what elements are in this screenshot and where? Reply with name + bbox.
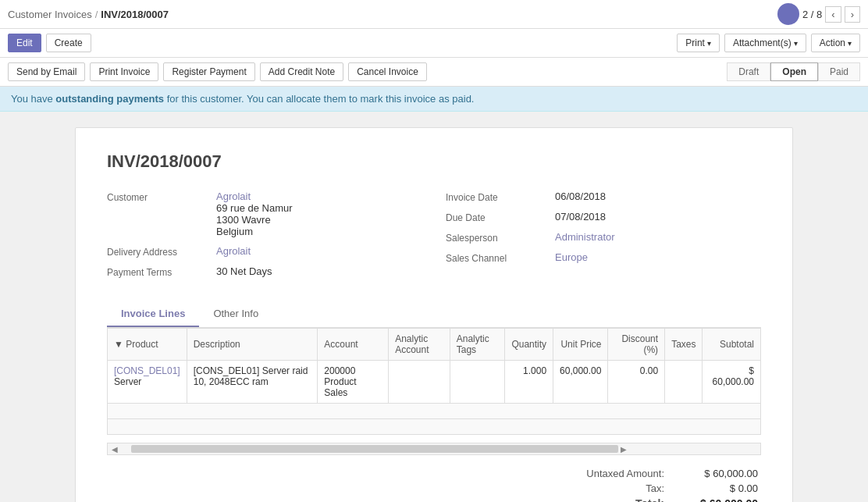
col-analytic-account: Analytic Account xyxy=(389,329,450,361)
print-invoice-button[interactable]: Print Invoice xyxy=(90,62,158,81)
action-bar: Edit Create Print ▾ Attachment(s) ▾ Acti… xyxy=(0,29,868,58)
cell-analytic-tags xyxy=(450,361,505,404)
status-paid[interactable]: Paid xyxy=(818,62,860,81)
sales-channel-link[interactable]: Europe xyxy=(555,251,588,263)
col-quantity: Quantity xyxy=(505,329,553,361)
field-delivery-address: Delivery Address Agrolait xyxy=(107,245,422,258)
secondary-bar-left: Send by Email Print Invoice Register Pay… xyxy=(8,62,427,81)
totals-section: Untaxed Amount: $ 60,000.00 Tax: $ 0.00 … xyxy=(107,468,761,502)
col-account: Account xyxy=(318,329,389,361)
untaxed-value: $ 60,000.00 xyxy=(680,468,758,479)
col-analytic-tags: Analytic Tags xyxy=(450,329,505,361)
untaxed-label: Untaxed Amount: xyxy=(539,468,664,479)
secondary-bar: Send by Email Print Invoice Register Pay… xyxy=(0,58,868,87)
table-row: [CONS_DEL01] Server [CONS_DEL01] Server … xyxy=(108,361,761,404)
sales-channel-value: Europe xyxy=(555,251,588,263)
total-untaxed-row: Untaxed Amount: $ 60,000.00 xyxy=(539,468,758,479)
scroll-thumb[interactable] xyxy=(131,445,618,453)
col-unit-price: Unit Price xyxy=(553,329,608,361)
add-credit-note-button[interactable]: Add Credit Note xyxy=(260,62,343,81)
invoice-lines-table: ▼ Product Description Account Analytic A… xyxy=(107,328,761,435)
cell-description: [CONS_DEL01] Server raid 10, 2048ECC ram xyxy=(187,361,318,404)
delivery-address-label: Delivery Address xyxy=(107,245,216,258)
field-due-date: Due Date 07/08/2018 xyxy=(446,211,761,223)
create-button[interactable]: Create xyxy=(46,34,91,52)
send-email-button[interactable]: Send by Email xyxy=(8,62,85,81)
breadcrumb-bar: Customer Invoices / INV/2018/0007 2 / 8 … xyxy=(0,0,868,29)
fields-grid: Customer Agrolait 69 rue de Namur 1300 W… xyxy=(107,190,761,286)
attachments-button[interactable]: Attachment(s) ▾ xyxy=(724,34,806,52)
customer-address-line2: 1300 Wavre xyxy=(216,214,271,226)
breadcrumb-current: INV/2018/0007 xyxy=(101,9,169,20)
cell-subtotal: $ 60,000.00 xyxy=(703,361,761,404)
customer-link[interactable]: Agrolait xyxy=(216,190,251,202)
scroll-left-arrow[interactable]: ◀ xyxy=(109,445,120,454)
field-payment-terms: Payment Terms 30 Net Days xyxy=(107,265,422,278)
cell-account: 200000 Product Sales xyxy=(318,361,389,404)
due-date-label: Due Date xyxy=(446,211,555,223)
customer-label: Customer xyxy=(107,190,216,203)
grand-total-row: Total: $ 60,000.00 xyxy=(539,497,758,502)
action-dropdown-arrow: ▾ xyxy=(848,39,852,48)
cell-discount: 0.00 xyxy=(608,361,665,404)
col-discount: Discount (%) xyxy=(608,329,665,361)
customer-value: Agrolait 69 rue de Namur 1300 Wavre Belg… xyxy=(216,190,293,237)
salesperson-label: Salesperson xyxy=(446,231,555,244)
nav-next-button[interactable]: › xyxy=(845,6,860,23)
cancel-invoice-button[interactable]: Cancel Invoice xyxy=(348,62,427,81)
payment-terms-value: 30 Net Days xyxy=(216,265,272,277)
register-payment-button[interactable]: Register Payment xyxy=(163,62,254,81)
attachments-dropdown-arrow: ▾ xyxy=(794,39,798,48)
col-product[interactable]: ▼ Product xyxy=(108,329,187,361)
col-taxes: Taxes xyxy=(665,329,703,361)
horizontal-scrollbar[interactable]: ◀ ▶ xyxy=(107,443,761,455)
field-invoice-date: Invoice Date 06/08/2018 xyxy=(446,190,761,203)
breadcrumb-parent-link[interactable]: Customer Invoices xyxy=(8,9,92,20)
breadcrumb-right: 2 / 8 ‹ › xyxy=(777,3,860,25)
alert-banner: You have outstanding payments for this c… xyxy=(0,87,868,112)
cell-product[interactable]: [CONS_DEL01] Server xyxy=(108,361,187,404)
cell-unit-price: 60,000.00 xyxy=(553,361,608,404)
tax-value: $ 0.00 xyxy=(680,482,758,494)
print-button[interactable]: Print ▾ xyxy=(677,34,720,52)
tab-other-info[interactable]: Other Info xyxy=(199,301,272,327)
tab-invoice-lines[interactable]: Invoice Lines xyxy=(107,301,199,327)
invoice-title: INV/2018/0007 xyxy=(107,151,761,172)
delivery-address-value: Agrolait xyxy=(216,245,251,257)
edit-button[interactable]: Edit xyxy=(8,34,41,52)
product-name: Server xyxy=(114,376,141,387)
print-dropdown-arrow: ▾ xyxy=(707,39,711,48)
delivery-address-link[interactable]: Agrolait xyxy=(216,245,251,257)
cell-analytic-account xyxy=(389,361,450,404)
invoice-card: INV/2018/0007 Customer Agrolait 69 rue d… xyxy=(75,127,793,502)
cell-taxes xyxy=(665,361,703,404)
tax-label: Tax: xyxy=(539,482,664,494)
status-draft[interactable]: Draft xyxy=(727,62,770,81)
nav-counter: 2 / 8 xyxy=(802,9,822,20)
total-label: Total: xyxy=(539,497,664,502)
action-button[interactable]: Action ▾ xyxy=(811,34,860,52)
status-bar: Draft Open Paid xyxy=(727,62,860,81)
field-salesperson: Salesperson Administrator xyxy=(446,231,761,244)
sales-channel-label: Sales Channel xyxy=(446,251,555,264)
status-open[interactable]: Open xyxy=(770,62,818,81)
sort-arrow: ▼ xyxy=(114,339,126,350)
total-tax-row: Tax: $ 0.00 xyxy=(539,482,758,494)
scroll-right-arrow[interactable]: ▶ xyxy=(618,445,629,454)
salesperson-link[interactable]: Administrator xyxy=(555,231,615,243)
product-code: [CONS_DEL01] xyxy=(114,365,180,376)
customer-address-line1: 69 rue de Namur xyxy=(216,202,293,214)
invoice-date-label: Invoice Date xyxy=(446,190,555,203)
col-description: Description xyxy=(187,329,318,361)
cell-quantity: 1.000 xyxy=(505,361,553,404)
breadcrumb: Customer Invoices / INV/2018/0007 xyxy=(8,9,169,20)
user-avatar xyxy=(777,3,799,25)
salesperson-value: Administrator xyxy=(555,231,615,243)
customer-address-line3: Belgium xyxy=(216,226,253,237)
col-subtotal: Subtotal xyxy=(703,329,761,361)
field-sales-channel: Sales Channel Europe xyxy=(446,251,761,264)
table-row-empty-2 xyxy=(108,419,761,435)
table-row-empty-1 xyxy=(108,404,761,419)
tabs-bar: Invoice Lines Other Info xyxy=(107,301,761,328)
nav-prev-button[interactable]: ‹ xyxy=(825,6,841,23)
